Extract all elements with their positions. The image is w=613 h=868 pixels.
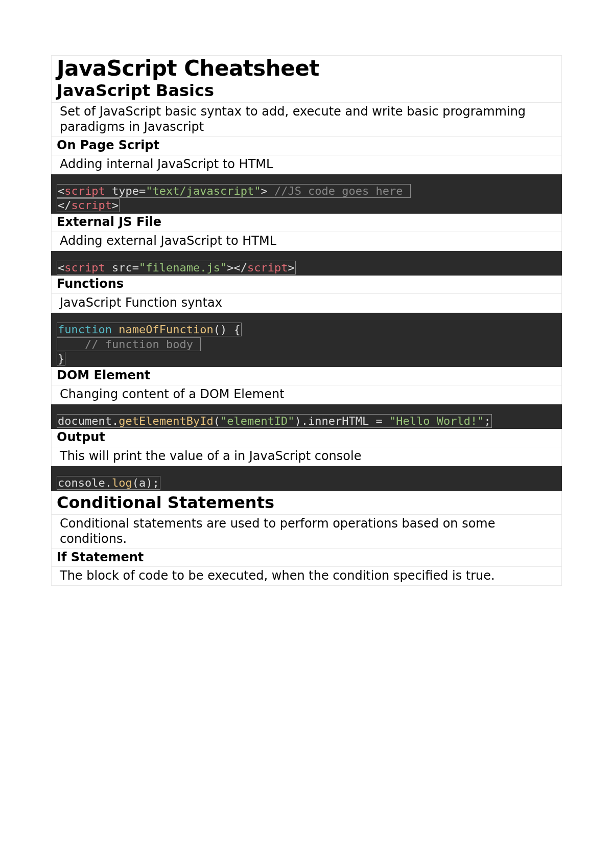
item-title-cell: DOM Element (51, 367, 562, 385)
item-desc-cell: The block of code to be executed, when t… (51, 567, 562, 586)
section-heading: JavaScript Basics (57, 81, 556, 100)
item-title: If Statement (57, 550, 556, 565)
item-title-cell: External JS File (51, 214, 562, 232)
item-title: On Page Script (57, 138, 556, 153)
section-desc: Conditional statements are used to perfo… (57, 516, 556, 546)
item-title: Output (57, 430, 556, 445)
section-heading-cell: Conditional Statements (51, 491, 562, 515)
item-title-cell: If Statement (51, 549, 562, 567)
item-title: External JS File (57, 215, 556, 230)
item-title-cell: Functions (51, 276, 562, 294)
item-desc-cell: Adding external JavaScript to HTML (51, 232, 562, 251)
section-desc: Set of JavaScript basic syntax to add, e… (57, 104, 556, 134)
item-title-cell: Output (51, 429, 562, 447)
item-desc: Adding internal JavaScript to HTML (57, 156, 556, 172)
code-block: function nameOfFunction() { // function … (51, 313, 562, 367)
page-title: JavaScript Cheatsheet (57, 57, 556, 80)
section-desc-cell: Conditional statements are used to perfo… (51, 515, 562, 549)
item-title: Functions (57, 277, 556, 291)
code-block: <script type="text/javascript"> //JS cod… (51, 174, 562, 214)
document: JavaScript CheatsheetJavaScript BasicsSe… (51, 55, 562, 586)
section-heading: Conditional Statements (57, 493, 556, 512)
item-desc-cell: Adding internal JavaScript to HTML (51, 155, 562, 174)
item-title-cell: On Page Script (51, 137, 562, 155)
item-title: DOM Element (57, 368, 556, 383)
code-block: document.getElementById("elementID").inn… (51, 404, 562, 429)
code-block: <script src="filename.js"></script> (51, 251, 562, 276)
item-desc: Changing content of a DOM Element (57, 386, 556, 402)
title-cell: JavaScript CheatsheetJavaScript Basics (51, 55, 562, 103)
item-desc-cell: JavaScript Function syntax (51, 294, 562, 313)
section-desc-cell: Set of JavaScript basic syntax to add, e… (51, 103, 562, 137)
item-desc-cell: This will print the value of a in JavaSc… (51, 447, 562, 466)
item-desc: Adding external JavaScript to HTML (57, 233, 556, 248)
code-block: console.log(a); (51, 466, 562, 491)
item-desc: The block of code to be executed, when t… (57, 568, 556, 583)
item-desc: JavaScript Function syntax (57, 295, 556, 310)
item-desc: This will print the value of a in JavaSc… (57, 448, 556, 464)
item-desc-cell: Changing content of a DOM Element (51, 385, 562, 404)
